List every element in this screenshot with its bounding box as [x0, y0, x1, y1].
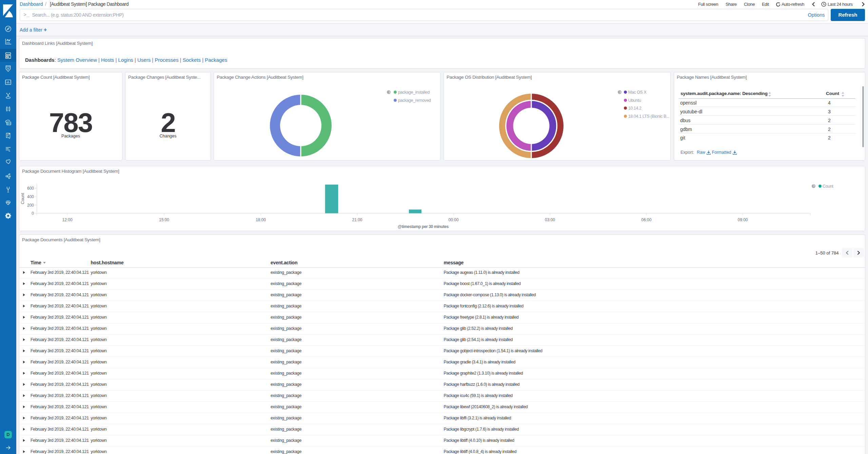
svg-text:400: 400 — [27, 194, 34, 199]
svg-text:15:00: 15:00 — [159, 217, 169, 222]
svg-text:00:00: 00:00 — [449, 217, 459, 222]
svg-text:600: 600 — [27, 186, 34, 191]
svg-text:12:00: 12:00 — [62, 217, 73, 222]
svg-text:0: 0 — [32, 211, 34, 216]
svg-text:Count: Count — [20, 193, 25, 204]
svg-text:09:00: 09:00 — [737, 217, 748, 222]
svg-text:06:00: 06:00 — [641, 217, 651, 222]
svg-text:18:00: 18:00 — [256, 217, 266, 222]
svg-text:03:00: 03:00 — [545, 217, 555, 222]
svg-text:21:00: 21:00 — [352, 217, 362, 222]
svg-text:@timestamp per 30 minutes: @timestamp per 30 minutes — [398, 224, 449, 229]
svg-text:200: 200 — [27, 203, 34, 208]
